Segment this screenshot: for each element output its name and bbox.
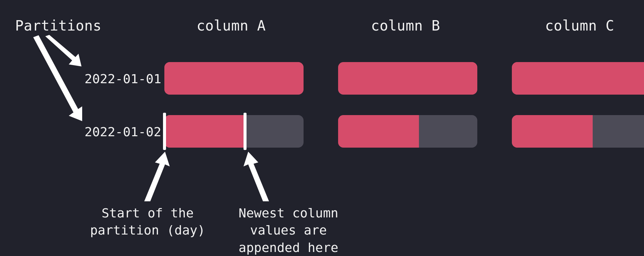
arrow-newest-annotation [228,151,282,201]
bar-r1-colB [338,62,477,95]
bar-r2-colA [164,115,304,148]
newest-annotation: Newest column values are appended here [221,205,356,256]
bar-r2-colB [338,115,477,148]
column-c-header: column C [545,17,614,34]
partitions-label: Partitions [15,17,102,34]
bar-fill [338,115,419,148]
bar-r1-colA [164,62,304,95]
column-b-header: column B [371,17,440,34]
column-a-header: column A [197,17,266,34]
arrow-partitions-to-row2 [25,35,99,122]
start-annotation: Start of the partition (day) [80,205,215,239]
bar-r1-colC [512,62,644,95]
bar-fill [512,62,644,95]
start-marker [163,113,166,150]
row-2-date: 2022-01-02 [85,124,161,139]
append-marker [244,113,247,150]
bar-fill [164,62,304,95]
bar-fill [512,115,593,148]
bar-fill [338,62,477,95]
bar-r2-colC [512,115,644,148]
arrow-start-annotation [134,151,188,201]
bar-fill [164,115,245,148]
